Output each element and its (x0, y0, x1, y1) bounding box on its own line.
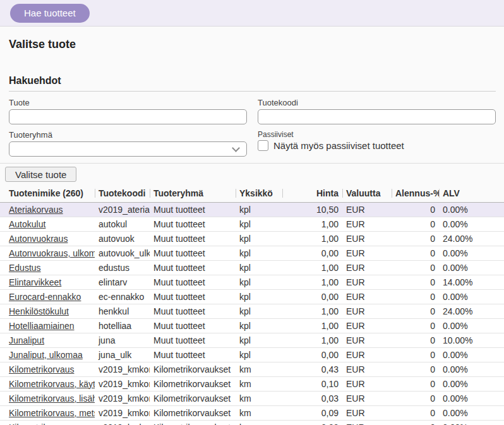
product-currency-cell: EUR (342, 318, 392, 333)
tuote-label: Tuote (9, 98, 247, 107)
product-currency-cell: EUR (342, 362, 392, 376)
table-row: Autonvuokraus, ulkomaa autovuok_ulk Muut… (0, 246, 504, 260)
product-name-cell: Kilometrikorvaus, lisäher (0, 391, 95, 405)
product-group-cell: Muut tuotteet (150, 202, 236, 217)
product-name-link[interactable]: Junaliput (9, 335, 44, 345)
tuotekoodi-input[interactable] (258, 109, 496, 124)
product-code-cell: ec-ennakko (95, 289, 150, 304)
table-row: Eurocard-ennakko ec-ennakko Muut tuottee… (0, 289, 504, 304)
product-discount-cell: 0 (392, 362, 439, 376)
table-row: Henkilöstökulut henkkul Muut tuotteet kp… (0, 304, 504, 318)
column-header-alennus[interactable]: Alennus-% (392, 184, 439, 202)
product-group-cell: Muut tuotteet (150, 246, 236, 260)
product-name-link[interactable]: Henkilöstökulut (9, 306, 69, 316)
product-name-link[interactable]: Kilometrikorvaus, metsät (9, 408, 95, 418)
product-vat-cell: 0.00% (439, 391, 504, 405)
hae-tuotteet-button[interactable]: Hae tuotteet (10, 4, 90, 23)
product-price-cell: 10,50 (282, 202, 342, 217)
column-header-hinta[interactable]: Hinta (282, 184, 342, 202)
tuoteryhma-select[interactable] (9, 141, 247, 157)
product-name-link[interactable]: Autonvuokraus, ulkomaa (9, 248, 95, 258)
tuote-field: Tuote (9, 98, 247, 124)
passiiviset-checkbox[interactable] (258, 140, 268, 151)
product-unit-cell: km (236, 362, 282, 376)
product-name-link[interactable]: Autokulut (9, 219, 45, 229)
product-group-cell: Kilometrikorvaukset (150, 391, 236, 405)
product-name-link[interactable]: Kilometrikorvaus, lisäher (9, 393, 95, 404)
product-code-cell: v2019_kmkorv_ (95, 391, 150, 405)
product-name-link[interactable]: Hotelliaamiainen (9, 321, 75, 331)
product-unit-cell: kpl (236, 347, 282, 362)
section-divider (0, 163, 504, 164)
product-code-cell: v2019_ateriako (95, 202, 150, 217)
product-vat-cell: 14.00% (439, 275, 504, 289)
product-vat-cell: 0.00% (439, 405, 504, 420)
column-header-alv[interactable]: ALV (439, 184, 504, 202)
product-group-cell: Muut tuotteet (150, 289, 236, 304)
product-name-link[interactable]: Kilometrikorvaus, moott (9, 422, 95, 425)
product-discount-cell: 0 (392, 202, 439, 217)
product-price-cell: 1,00 (282, 318, 342, 333)
product-discount-cell: 0 (392, 260, 439, 275)
product-name-link[interactable]: Kilometrikorvaus (9, 364, 74, 374)
product-code-cell: juna_ulk (95, 347, 150, 362)
product-group-cell: Kilometrikorvaukset (150, 376, 236, 391)
column-header-tuoteryhma[interactable]: Tuoteryhmä (150, 184, 236, 202)
product-vat-cell: 0.00% (439, 420, 504, 425)
table-row: Ateriakorvaus v2019_ateriako Muut tuotte… (0, 202, 504, 217)
product-vat-cell: 0.00% (439, 289, 504, 304)
product-unit-cell: kpl (236, 246, 282, 260)
product-code-cell: autovuok_ulk (95, 246, 150, 260)
product-group-cell: Kilometrikorvaukset (150, 362, 236, 376)
product-group-cell: Kilometrikorvaukset (150, 405, 236, 420)
product-unit-cell: kpl (236, 289, 282, 304)
product-group-cell: Muut tuotteet (150, 304, 236, 318)
product-currency-cell: EUR (342, 275, 392, 289)
product-group-cell: Muut tuotteet (150, 333, 236, 347)
product-vat-cell: 0.00% (439, 347, 504, 362)
product-name-link[interactable]: Elintarvikkeet (9, 277, 61, 287)
product-name-link[interactable]: Autonvuokraus (9, 234, 68, 244)
valitse-tuote-button[interactable]: Valitse tuote (5, 167, 76, 182)
product-unit-cell: kpl (236, 304, 282, 318)
product-discount-cell: 0 (392, 391, 439, 405)
search-section-title: Hakuehdot (9, 75, 496, 92)
product-price-cell: 1,00 (282, 217, 342, 231)
product-unit-cell: km (236, 391, 282, 405)
product-currency-cell: EUR (342, 246, 392, 260)
column-header-valuutta[interactable]: Valuutta (342, 184, 392, 202)
table-row: Kilometrikorvaus, metsät v2019_kmkorv_ K… (0, 405, 504, 420)
product-name-link[interactable]: Edustus (9, 263, 41, 273)
column-header-tuotenimike[interactable]: Tuotenimike (260) (0, 184, 95, 202)
page-title: Valitse tuote (9, 27, 496, 51)
product-currency-cell: EUR (342, 289, 392, 304)
product-code-cell: henkkul (95, 304, 150, 318)
topbar: Hae tuotteet (0, 0, 504, 27)
column-header-yksikko[interactable]: Yksikkö (236, 184, 282, 202)
product-name-cell: Kilometrikorvaus (0, 362, 95, 376)
table-header-row: Tuotenimike (260) Tuotekoodi Tuoteryhmä … (0, 184, 504, 202)
product-currency-cell: EUR (342, 391, 392, 405)
product-code-cell: edustus (95, 260, 150, 275)
product-unit-cell: kpl (236, 260, 282, 275)
product-name-cell: Kilometrikorvaus, moott (0, 420, 95, 425)
product-price-cell: 0,00 (282, 246, 342, 260)
product-name-cell: Eurocard-ennakko (0, 289, 95, 304)
product-price-cell: 0,10 (282, 376, 342, 391)
product-name-link[interactable]: Eurocard-ennakko (9, 292, 81, 302)
product-name-link[interactable]: Kilometrikorvaus, käyttö (9, 379, 95, 389)
product-name-link[interactable]: Junaliput, ulkomaa (9, 350, 83, 360)
product-price-cell: 0,03 (282, 391, 342, 405)
column-header-tuotekoodi[interactable]: Tuotekoodi (95, 184, 150, 202)
product-currency-cell: EUR (342, 420, 392, 425)
tuote-input[interactable] (9, 109, 247, 124)
product-price-cell: 0,00 (282, 347, 342, 362)
chevron-down-icon (232, 144, 240, 152)
product-vat-cell: 0.00% (439, 246, 504, 260)
passiiviset-checkbox-label: Näytä myös passiiviset tuotteet (273, 140, 404, 151)
product-name-cell: Edustus (0, 260, 95, 275)
product-name-link[interactable]: Ateriakorvaus (9, 205, 63, 215)
product-price-cell: 1,00 (282, 260, 342, 275)
table-row: Kilometrikorvaus v2019_kmkorv Kilometrik… (0, 362, 504, 376)
product-price-cell: 1,00 (282, 333, 342, 347)
